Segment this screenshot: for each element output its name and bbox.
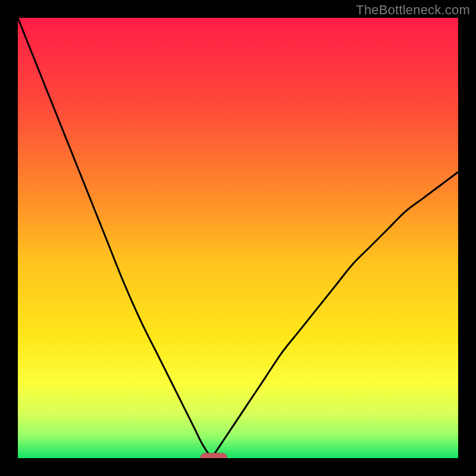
plot-area [18, 18, 458, 458]
gradient-background [18, 18, 458, 458]
bottleneck-chart [18, 18, 458, 458]
optimum-marker [201, 453, 227, 458]
watermark-text: TheBottleneck.com [356, 2, 470, 18]
chart-frame: TheBottleneck.com [0, 0, 476, 476]
